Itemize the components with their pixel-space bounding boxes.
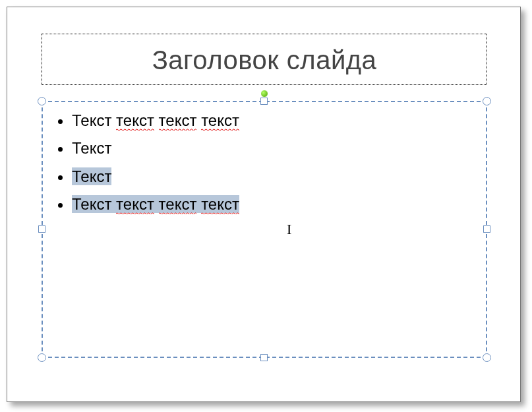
resize-handle-bm[interactable] xyxy=(260,354,268,361)
content-placeholder[interactable]: Текст текст текст текстТекстТекстТекст т… xyxy=(42,101,487,358)
resize-handle-ml[interactable] xyxy=(38,225,45,233)
resize-handle-tm[interactable] xyxy=(260,98,268,105)
resize-handle-br[interactable] xyxy=(483,353,491,362)
text-run[interactable]: Текст xyxy=(72,139,111,157)
list-item[interactable]: Текст текст текст текст xyxy=(72,194,486,215)
text-run[interactable]: Текст xyxy=(72,167,111,185)
resize-handle-bl[interactable] xyxy=(38,353,46,362)
spellcheck-word[interactable]: текст xyxy=(159,195,197,214)
spellcheck-word[interactable]: текст xyxy=(116,111,154,131)
spellcheck-word[interactable]: текст xyxy=(116,195,154,214)
spellcheck-word[interactable]: текст xyxy=(159,111,197,131)
bullet-list[interactable]: Текст текст текст текстТекстТекстТекст т… xyxy=(43,110,486,216)
list-item[interactable]: Текст xyxy=(72,166,486,187)
title-placeholder[interactable]: Заголовок слайда xyxy=(42,34,487,85)
resize-handle-tr[interactable] xyxy=(483,97,491,105)
list-item-text[interactable]: Текст xyxy=(72,167,111,185)
text-run[interactable]: Текст xyxy=(72,111,116,129)
text-run[interactable]: Текст xyxy=(72,195,116,213)
list-item-text[interactable]: Текст текст текст текст xyxy=(72,111,239,131)
slide-title[interactable]: Заголовок слайда xyxy=(152,45,377,74)
text-cursor-icon: I xyxy=(287,221,296,237)
rotate-handle-icon[interactable] xyxy=(260,90,268,98)
list-item-text[interactable]: Текст текст текст текст xyxy=(72,195,239,213)
slide-area: Заголовок слайда Текст текст текст текст… xyxy=(22,22,506,387)
slide-canvas: Заголовок слайда Текст текст текст текст… xyxy=(7,7,521,402)
list-item[interactable]: Текст текст текст текст xyxy=(72,110,486,131)
list-item[interactable]: Текст xyxy=(72,138,486,159)
list-item-text[interactable]: Текст xyxy=(72,139,111,157)
resize-handle-tl[interactable] xyxy=(38,97,46,105)
spellcheck-word[interactable]: текст xyxy=(201,195,239,214)
resize-handle-mr[interactable] xyxy=(483,225,490,233)
spellcheck-word[interactable]: текст xyxy=(201,111,239,131)
